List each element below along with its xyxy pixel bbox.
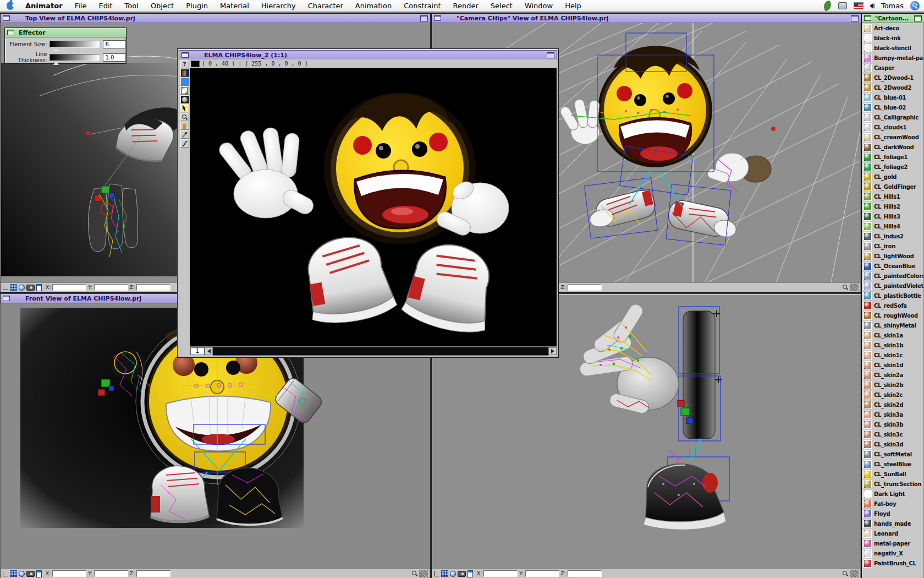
material-item[interactable]: CL_2Dwood2 [862,83,923,92]
material-item[interactable]: CL_SunBall [862,469,923,479]
material-item[interactable]: CL_skin3b [862,419,923,429]
material-item[interactable]: CL_skin3c [862,429,923,439]
menu-select[interactable]: Select [485,1,519,11]
axis-field[interactable] [94,284,128,291]
scroll-right-icon[interactable] [548,347,557,355]
menu-edit[interactable]: Edit [92,1,118,11]
grid-icon[interactable] [10,284,17,291]
material-item[interactable]: CL_skin1b [862,340,923,350]
us-flag-icon[interactable] [854,2,864,9]
material-item[interactable]: CL_skin1a [862,330,923,340]
eyedropper-tool[interactable] [180,130,189,139]
spotlight-icon[interactable] [910,1,920,10]
material-item[interactable]: CL_iron [862,241,923,251]
window-menu-icon[interactable] [3,15,10,21]
material-item[interactable]: CL_darkWood [862,142,923,152]
material-item[interactable]: CL_redSofa [862,301,923,310]
axis-field[interactable] [525,570,559,577]
material-item[interactable]: CL_skin1d [862,360,923,370]
grid-icon[interactable] [10,570,17,577]
material-item[interactable]: CL_skin2d [862,400,923,410]
menu-animation[interactable]: Animation [349,1,398,11]
window-menu-icon[interactable] [7,30,14,35]
channels-tool[interactable] [180,69,189,77]
axis-field[interactable] [136,284,170,291]
material-item[interactable]: CL_Calligraphic [862,112,923,122]
menu-window[interactable]: Window [519,1,559,11]
camera-icon[interactable] [26,285,35,291]
camera-icon[interactable] [458,571,466,577]
menu-help[interactable]: Help [559,1,587,11]
material-item[interactable]: CL_roughWood [862,310,923,320]
material-item[interactable]: PaintBrush_CL [862,558,923,568]
material-item[interactable]: CL_softMetal [862,449,923,459]
material-item[interactable]: CL_paintedViolet [862,281,923,291]
notes-icon[interactable] [36,570,42,577]
material-item[interactable]: CL_steelBlue [862,459,923,469]
sphere-tool[interactable] [180,95,189,103]
color-swatch-tool[interactable] [180,78,189,86]
window-menu-icon[interactable] [434,15,441,21]
pan-hand-tool[interactable] [180,122,189,130]
material-item[interactable]: CL_skin2b [862,380,923,390]
top-view-titlebar[interactable]: Top View of ELMA CHIPS4low.prj [1,14,430,23]
material-item[interactable]: CL_paintedColors1 [862,271,923,281]
material-item[interactable]: Floyd [862,509,923,519]
select-arrow-tool[interactable] [180,104,189,112]
material-item[interactable]: Art-deco [862,23,923,33]
magnifier-icon[interactable] [412,571,417,576]
material-item[interactable]: Leonard [862,528,923,538]
slider-marker-icon[interactable] [53,48,59,52]
sphere-icon[interactable] [450,571,456,577]
material-item[interactable]: CL_Hills4 [862,221,923,231]
axis-field[interactable] [136,570,170,577]
windowshade-icon[interactable] [547,52,554,58]
material-item[interactable]: CL_clouds1 [862,122,923,132]
line-thickness-slider[interactable] [50,54,100,61]
material-item[interactable]: CL_skin3a [862,410,923,419]
display-icon[interactable] [838,2,847,9]
axis-field[interactable] [568,570,602,577]
username-menu[interactable]: Tomas [881,2,904,10]
menu-constraint[interactable]: Constraint [398,1,447,11]
zoom-tool[interactable] [180,113,189,121]
slider-marker-icon[interactable] [53,61,59,65]
window-menu-icon[interactable] [864,15,871,21]
menu-plugin[interactable]: Plugin [180,1,214,11]
material-item[interactable]: CL_Hills3 [862,211,923,221]
scroll-left-icon[interactable] [205,347,213,355]
apple-menu-icon[interactable] [7,2,14,10]
frame-scroll-trough[interactable] [213,347,548,356]
material-item[interactable]: CL_blue-01 [862,92,923,102]
sphere-icon[interactable] [19,571,25,577]
material-item[interactable]: CL_skin1c [862,350,923,360]
magnifier-icon[interactable] [843,285,848,290]
windowshade-icon[interactable] [851,15,859,21]
menu-tool[interactable]: Tool [119,1,145,11]
render-titlebar[interactable]: ELMA CHIPS4low_2 (1:1) [179,50,557,60]
menu-hierarchy[interactable]: Hierarchy [255,1,302,11]
menu-object[interactable]: Object [145,1,180,11]
sphere-icon[interactable] [19,285,25,291]
windowshade-icon[interactable] [914,15,922,21]
material-item[interactable]: CL_foliage1 [862,152,923,162]
axis-field[interactable] [568,284,602,291]
material-item[interactable]: black-stencil [862,43,923,53]
notes-icon[interactable] [36,284,42,291]
axis-field[interactable] [94,570,128,577]
material-item[interactable]: CL_shinyMetal [862,320,923,330]
material-item[interactable]: CL_blue-02 [862,102,923,112]
material-item[interactable]: CL_gold [862,172,923,182]
material-item[interactable]: Bumpy-metal-paper [862,53,923,63]
material-item[interactable]: CL_lightWood [862,251,923,261]
camera-icon[interactable] [26,571,35,577]
menu-material[interactable]: Material [214,1,255,11]
help-tool[interactable]: ? [180,60,189,68]
material-item[interactable]: CL_truncSection [862,479,923,489]
axis-field[interactable] [483,570,518,577]
material-item[interactable]: hands_made [862,519,923,528]
menu-render[interactable]: Render [447,1,485,11]
element-size-slider[interactable] [50,41,100,48]
material-item[interactable]: negativ_X [862,548,923,558]
resize-grip[interactable] [850,283,859,291]
